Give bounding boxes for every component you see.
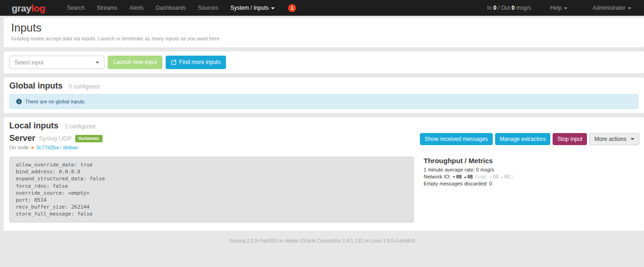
arrow-down-icon: ▼ bbox=[489, 175, 493, 178]
local-inputs-section: Local inputs 1 configured Server Syslog … bbox=[4, 117, 644, 231]
caret-down-icon bbox=[631, 138, 634, 140]
input-actions: Show received messages Manage extractors… bbox=[420, 133, 639, 145]
config-line: port: 8514 bbox=[16, 197, 407, 203]
input-configuration: allow_override_date: true bind_address: … bbox=[9, 157, 414, 222]
config-line: store_full_message: false bbox=[16, 210, 407, 217]
global-throughput: In 0 / Out 0 msg/s bbox=[487, 5, 531, 11]
throughput-metrics: Throughput / Metrics 1 minute average ra… bbox=[424, 157, 513, 188]
caret-down-icon bbox=[628, 7, 631, 9]
user-label: Administrator bbox=[592, 5, 625, 11]
metrics-title: Throughput / Metrics bbox=[424, 157, 513, 165]
status-badge: RUNNING bbox=[75, 135, 103, 142]
local-inputs-title: Local inputs bbox=[9, 121, 58, 130]
node-link[interactable]: 0c77d2ba / debian bbox=[36, 145, 78, 150]
node-prefix: On node bbox=[9, 145, 29, 150]
show-received-messages-button[interactable]: Show received messages bbox=[420, 133, 493, 145]
network-total: (total:▼0B▲0B ) bbox=[475, 174, 513, 179]
total-down-value: 0B bbox=[493, 174, 499, 179]
input-detail-row: allow_override_date: true bind_address: … bbox=[9, 157, 638, 222]
external-link-icon bbox=[171, 60, 176, 65]
nav-item-help[interactable]: Help bbox=[550, 5, 568, 11]
nav-item-user-menu[interactable]: Administrator bbox=[592, 5, 631, 11]
network-io-label: Network IO: bbox=[424, 174, 451, 179]
caret-down-icon bbox=[564, 7, 567, 9]
logo-text-red: log bbox=[31, 3, 45, 13]
page-header-card: Inputs Graylog nodes accept data via inp… bbox=[4, 18, 644, 47]
arrow-up-icon: ▲ bbox=[464, 175, 467, 178]
launch-new-input-button[interactable]: Launch new input bbox=[108, 56, 162, 69]
more-actions-label: More actions bbox=[594, 136, 626, 142]
caret-down-icon bbox=[96, 62, 99, 64]
metrics-empty-discarded: Empty messages discarded: 0 bbox=[424, 181, 513, 186]
global-inputs-header: Global inputs 0 configured bbox=[9, 81, 638, 91]
throughput-in-value: 0 bbox=[493, 5, 496, 11]
nav-item-search[interactable]: Search bbox=[67, 5, 84, 11]
no-global-inputs-alert: There are no global inputs. bbox=[9, 94, 638, 109]
stop-input-button[interactable]: Stop input bbox=[553, 133, 587, 145]
global-inputs-count: 0 configured bbox=[69, 83, 99, 90]
inputs-page: Inputs Graylog nodes accept data via inp… bbox=[0, 16, 644, 243]
metrics-rate: 1 minute average rate: 0 msg/s bbox=[424, 167, 513, 172]
version-footer: Graylog 2.2.3+7adc951 on debian (Oracle … bbox=[0, 238, 644, 243]
input-type: Syslog UDP bbox=[39, 135, 71, 142]
total-up-value: 0B bbox=[504, 174, 509, 179]
global-inputs-title: Global inputs bbox=[9, 81, 63, 90]
config-line: expand_structured_data: false bbox=[16, 175, 407, 182]
nav-item-system-inputs[interactable]: System / Inputs bbox=[231, 5, 275, 11]
config-line: force_rdns: false bbox=[16, 183, 407, 190]
throughput-unit: msg/s bbox=[516, 5, 531, 11]
nav-item-streams[interactable]: Streams bbox=[97, 5, 117, 11]
help-label: Help bbox=[550, 5, 562, 11]
config-line: recv_buffer_size: 262144 bbox=[16, 203, 407, 210]
node-line: On node ★ 0c77d2ba / debian bbox=[9, 145, 638, 151]
info-icon bbox=[16, 99, 22, 104]
page-title: Inputs bbox=[11, 21, 637, 34]
config-line: allow_override_date: true bbox=[16, 161, 407, 168]
input-launcher-card: Select input Launch new input Find more … bbox=[4, 51, 644, 73]
input-name: Server bbox=[9, 134, 35, 143]
config-line: bind_address: 0.0.0.0 bbox=[16, 168, 407, 175]
throughput-in-label: In bbox=[487, 5, 492, 11]
notification-badge[interactable]: 1 bbox=[288, 4, 296, 12]
logo-text-gray: gray bbox=[12, 3, 31, 13]
find-more-inputs-button[interactable]: Find more inputs bbox=[166, 56, 226, 69]
config-line: override_source: <empty> bbox=[16, 190, 407, 197]
local-inputs-header: Local inputs 1 configured bbox=[9, 121, 638, 131]
alert-text: There are no global inputs. bbox=[25, 99, 86, 104]
network-up-value: 0B bbox=[467, 174, 473, 179]
nav-item-label: System / Inputs bbox=[231, 5, 269, 11]
star-icon: ★ bbox=[30, 145, 35, 150]
caret-down-icon bbox=[271, 7, 275, 9]
throughput-out-value: 0 bbox=[512, 5, 515, 11]
arrow-down-icon: ▼ bbox=[452, 175, 456, 178]
arrow-up-icon: ▲ bbox=[501, 175, 504, 178]
nav-item-alerts[interactable]: Alerts bbox=[129, 5, 144, 11]
local-inputs-count: 1 configured bbox=[64, 123, 95, 130]
more-actions-button[interactable]: More actions bbox=[589, 133, 639, 145]
manage-extractors-button[interactable]: Manage extractors bbox=[495, 133, 550, 145]
metrics-network-io: Network IO:▼0B▲0B(total:▼0B▲0B ) bbox=[424, 174, 513, 179]
nav-item-dashboards[interactable]: Dashboards bbox=[156, 5, 186, 11]
global-inputs-section: Global inputs 0 configured There are no … bbox=[4, 77, 644, 113]
nav-right: In 0 / Out 0 msg/s Help Administrator bbox=[487, 5, 638, 11]
page-description: Graylog nodes accept data via inputs. La… bbox=[11, 36, 637, 41]
input-type-select[interactable]: Select input bbox=[9, 56, 104, 69]
throughput-out-label: / Out bbox=[498, 5, 510, 11]
nav-item-sources[interactable]: Sources bbox=[198, 5, 218, 11]
top-navbar: graylog Search Streams Alerts Dashboards… bbox=[0, 0, 644, 16]
nav-menu: Search Streams Alerts Dashboards Sources… bbox=[61, 4, 296, 12]
graylog-logo[interactable]: graylog bbox=[12, 3, 45, 13]
network-down-value: 0B bbox=[456, 174, 462, 179]
select-placeholder: Select input bbox=[14, 59, 44, 66]
find-more-inputs-label: Find more inputs bbox=[179, 59, 220, 65]
